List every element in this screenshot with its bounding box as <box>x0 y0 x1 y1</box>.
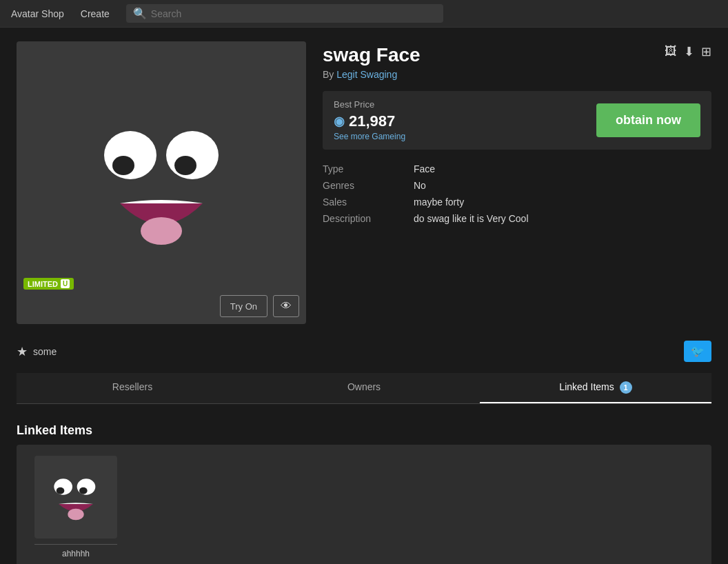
image-icon[interactable]: 🖼 <box>665 44 677 59</box>
main-content: LIMITED U Try On 👁 swag Face By Legit Sw… <box>0 28 728 564</box>
svg-rect-7 <box>41 463 110 532</box>
description-value: do swag like it is Very Cool <box>414 213 711 224</box>
product-title: swag Face <box>323 44 421 66</box>
product-by: By Legit Swaging <box>323 69 421 80</box>
genres-value: No <box>414 180 711 191</box>
twitter-button[interactable]: 🐦 <box>684 341 711 362</box>
linked-item-divider <box>34 544 117 545</box>
svg-point-12 <box>79 487 88 494</box>
obtain-now-button[interactable]: obtain now <box>596 103 700 137</box>
list-item[interactable]: ahhhhh <box>28 456 124 558</box>
limited-badge: LIMITED U <box>23 278 74 290</box>
try-on-button[interactable]: Try On <box>220 295 267 317</box>
search-input[interactable] <box>151 8 436 19</box>
svg-point-2 <box>127 143 141 154</box>
tab-linked-items-label: Linked Items <box>559 381 614 392</box>
item-footer: ★ some 🐦 <box>17 341 711 362</box>
grid-icon[interactable]: ⊞ <box>701 44 711 59</box>
svg-point-4 <box>174 156 196 175</box>
linked-face-svg <box>41 463 110 532</box>
robux-icon: ◉ <box>334 114 345 129</box>
linked-items-badge: 1 <box>620 381 632 394</box>
creator-link[interactable]: Legit Swaging <box>336 69 397 80</box>
item-face-image <box>65 86 258 279</box>
svg-point-14 <box>68 509 83 521</box>
best-price-label: Best Price <box>334 99 583 110</box>
badge-u: U <box>61 279 70 288</box>
nav-avatar-shop[interactable]: Avatar Shop <box>11 8 64 19</box>
see-more-link[interactable]: See more Gameing <box>334 132 583 141</box>
svg-point-1 <box>112 156 134 175</box>
type-value: Face <box>414 163 711 174</box>
price-section: Best Price ◉ 21,987 See more Gameing obt… <box>323 91 711 150</box>
tab-owners[interactable]: Owners <box>248 373 480 403</box>
limited-text: LIMITED <box>28 280 58 288</box>
tool-icons: 🖼 ⬇ ⊞ <box>665 44 711 59</box>
details-table: Type Face Genres No Sales maybe forty De… <box>323 163 711 224</box>
sales-value: maybe forty <box>414 197 711 208</box>
tab-resellers[interactable]: Resellers <box>17 373 248 403</box>
svg-point-9 <box>57 487 65 494</box>
item-image-wrapper: LIMITED U Try On 👁 <box>17 41 306 324</box>
linked-items-grid: ahhhhh <box>17 445 711 564</box>
download-icon[interactable]: ⬇ <box>684 44 694 59</box>
eye-icon: 👁 <box>281 300 292 312</box>
twitter-icon: 🐦 <box>691 345 705 357</box>
svg-point-10 <box>63 481 68 486</box>
svg-point-6 <box>141 217 182 245</box>
product-section: LIMITED U Try On 👁 swag Face By Legit Sw… <box>17 41 711 324</box>
by-label: By <box>323 69 334 80</box>
price-number: 21,987 <box>349 112 395 130</box>
sales-label: Sales <box>323 197 405 208</box>
svg-point-13 <box>85 481 91 486</box>
item-controls: Try On 👁 <box>220 295 299 317</box>
tabs-bar: Resellers Owners Linked Items 1 <box>17 373 711 404</box>
product-info: swag Face By Legit Swaging 🖼 ⬇ ⊞ Best Pr… <box>323 41 711 224</box>
price-left: Best Price ◉ 21,987 See more Gameing <box>334 99 583 141</box>
linked-items-title: Linked Items <box>17 415 711 445</box>
nav-create[interactable]: Create <box>81 8 110 19</box>
star-icon[interactable]: ★ <box>17 344 28 359</box>
info-header: swag Face By Legit Swaging 🖼 ⬇ ⊞ <box>323 44 711 91</box>
linked-items-section: Linked Items <box>17 415 711 564</box>
search-icon: 🔍 <box>133 7 147 20</box>
star-label: some <box>33 346 57 357</box>
price-value: ◉ 21,987 <box>334 112 583 130</box>
type-label: Type <box>323 163 405 174</box>
top-nav: Avatar Shop Create 🔍 <box>0 0 728 28</box>
title-area: swag Face By Legit Swaging <box>323 44 421 91</box>
eye-button[interactable]: 👁 <box>273 295 299 317</box>
linked-item-image <box>34 456 117 538</box>
svg-point-5 <box>189 143 203 154</box>
description-label: Description <box>323 213 405 224</box>
search-bar: 🔍 <box>126 4 443 23</box>
tab-linked-items[interactable]: Linked Items 1 <box>480 373 711 403</box>
linked-item-name: ahhhhh <box>62 549 90 558</box>
genres-label: Genres <box>323 180 405 191</box>
